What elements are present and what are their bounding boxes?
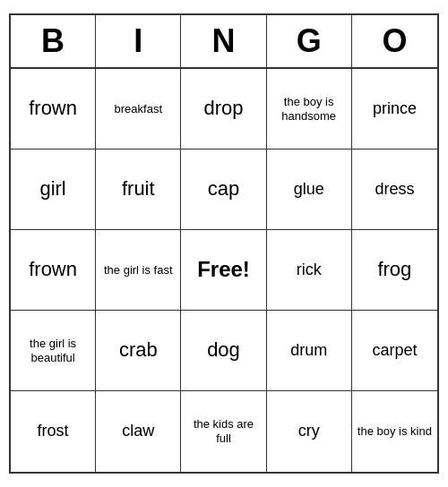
bingo-cell-20: frost bbox=[11, 391, 96, 472]
bingo-cell-13: rick bbox=[267, 230, 352, 311]
bingo-cell-22: the kids are full bbox=[181, 391, 266, 472]
bingo-cell-8: glue bbox=[267, 150, 352, 230]
bingo-cell-3: the boy is handsome bbox=[267, 69, 352, 150]
bingo-cell-5: girl bbox=[11, 150, 96, 230]
bingo-cell-14: frog bbox=[352, 230, 437, 311]
bingo-cell-1: breakfast bbox=[96, 69, 181, 150]
bingo-card: BINGO frownbreakfastdropthe boy is hands… bbox=[9, 13, 439, 474]
bingo-cell-16: crab bbox=[96, 311, 181, 391]
header-cell-g: G bbox=[267, 15, 352, 67]
cell-text-15: the girl is beautiful bbox=[14, 337, 91, 364]
bingo-cell-6: fruit bbox=[96, 150, 181, 230]
bingo-cell-7: cap bbox=[181, 150, 266, 230]
cell-text-12: Free! bbox=[197, 257, 250, 283]
bingo-cell-18: drum bbox=[267, 311, 352, 391]
cell-text-11: the girl is fast bbox=[104, 263, 173, 278]
cell-text-23: cry bbox=[298, 422, 320, 441]
cell-text-21: claw bbox=[122, 422, 154, 441]
bingo-cell-23: cry bbox=[267, 391, 352, 472]
bingo-cell-24: the boy is kind bbox=[352, 391, 437, 472]
cell-text-17: dog bbox=[207, 338, 240, 362]
header-cell-i: I bbox=[96, 15, 181, 67]
bingo-cell-15: the girl is beautiful bbox=[11, 311, 96, 391]
bingo-header: BINGO bbox=[11, 15, 437, 69]
bingo-cell-21: claw bbox=[96, 391, 181, 472]
cell-text-8: glue bbox=[294, 180, 324, 200]
cell-text-18: drum bbox=[290, 341, 327, 361]
cell-text-7: cap bbox=[208, 177, 239, 201]
bingo-cell-4: prince bbox=[352, 69, 437, 150]
header-cell-n: N bbox=[181, 15, 266, 67]
bingo-cell-2: drop bbox=[181, 69, 266, 150]
bingo-cell-9: dress bbox=[352, 150, 437, 230]
bingo-cell-0: frown bbox=[11, 69, 96, 150]
cell-text-19: carpet bbox=[372, 341, 417, 361]
bingo-grid: frownbreakfastdropthe boy is handsomepri… bbox=[11, 69, 437, 472]
cell-text-20: frost bbox=[38, 422, 69, 441]
header-cell-b: B bbox=[11, 15, 96, 67]
bingo-cell-12: Free! bbox=[181, 230, 266, 311]
cell-text-1: breakfast bbox=[115, 102, 162, 116]
cell-text-6: fruit bbox=[122, 177, 155, 201]
cell-text-0: frown bbox=[29, 97, 77, 120]
bingo-cell-17: dog bbox=[181, 311, 266, 391]
cell-text-14: frog bbox=[377, 258, 411, 281]
bingo-cell-11: the girl is fast bbox=[96, 230, 181, 311]
cell-text-3: the boy is handsome bbox=[271, 95, 348, 123]
cell-text-10: frown bbox=[29, 258, 77, 281]
cell-text-24: the boy is kind bbox=[358, 424, 432, 439]
header-cell-o: O bbox=[352, 15, 437, 67]
cell-text-16: crab bbox=[119, 338, 158, 362]
cell-text-13: rick bbox=[297, 261, 322, 280]
cell-text-22: the kids are full bbox=[185, 417, 262, 445]
cell-text-5: girl bbox=[39, 177, 65, 201]
cell-text-9: dress bbox=[375, 180, 414, 200]
cell-text-2: drop bbox=[203, 97, 243, 120]
cell-text-4: prince bbox=[373, 99, 417, 119]
bingo-cell-10: frown bbox=[11, 230, 96, 311]
bingo-cell-19: carpet bbox=[352, 311, 437, 391]
